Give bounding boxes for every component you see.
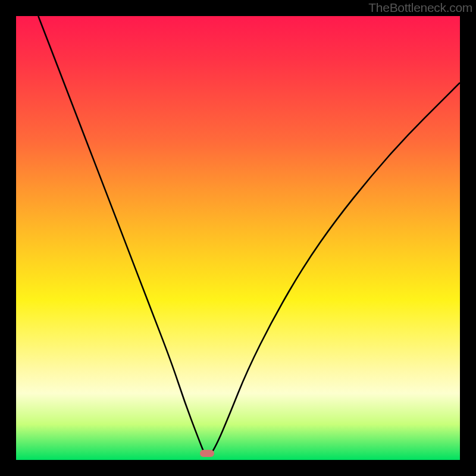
bottleneck-curve xyxy=(16,16,460,460)
curve-path xyxy=(38,16,460,456)
chart-frame: TheBottleneck.com xyxy=(0,0,476,476)
watermark-text: TheBottleneck.com xyxy=(368,1,472,15)
minimum-marker xyxy=(200,450,214,457)
plot-area xyxy=(16,16,460,460)
